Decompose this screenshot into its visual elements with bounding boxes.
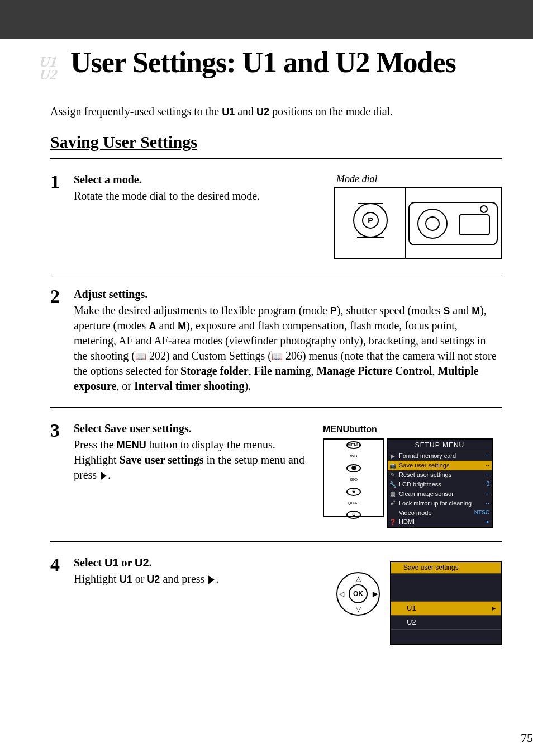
menu-side-icon: ✎ xyxy=(389,470,397,480)
up-arrow-icon: △ xyxy=(356,574,361,583)
setup-menu-item-label: Lock mirror up for cleaning xyxy=(399,499,472,508)
step-3-number: 3 xyxy=(50,421,74,528)
page-number: 75 xyxy=(521,731,533,745)
divider xyxy=(50,541,502,542)
u1-label: U1 xyxy=(222,106,235,117)
menu-side-icon: 🖌 xyxy=(389,499,397,508)
setup-menu-item-value: ▸ xyxy=(487,518,489,526)
setup-menu-item-label: Clean image sensor xyxy=(399,490,454,498)
title-row: U1U2 User Settings: U1 and U2 Modes xyxy=(31,46,502,91)
page-ref-206: 206 xyxy=(285,349,302,362)
step-4-heading: Select U1 or U2. xyxy=(74,555,326,570)
step-1-body: Rotate the mode dial to the desired mode… xyxy=(74,188,327,204)
menu-side-icon: 📷 xyxy=(389,461,397,470)
right-caret-icon: ▸ xyxy=(492,603,496,613)
right-arrow-icon: ▶ xyxy=(373,589,378,598)
svg-rect-6 xyxy=(459,215,489,235)
save-menu-u1: U1 xyxy=(407,603,416,613)
setup-menu-item-label: Format memory card xyxy=(399,452,456,460)
mode-dial-closeup-icon: P xyxy=(348,195,393,251)
step-4-body: Highlight U1 or U2 and press ▶. xyxy=(74,571,326,587)
mode-p: P xyxy=(330,305,337,316)
step-2-heading: Adjust settings. xyxy=(74,287,502,302)
camera-top-icon xyxy=(406,192,501,254)
menu-side-icon: ❓ xyxy=(389,517,397,527)
save-menu-u2: U2 xyxy=(407,617,416,627)
save-menu-u1-row: U1 ▸ xyxy=(391,601,501,615)
divider xyxy=(50,407,502,408)
menu-side-icon xyxy=(389,508,397,518)
step-1-heading: Select a mode. xyxy=(74,172,327,187)
svg-point-5 xyxy=(426,217,439,230)
u2-bold: U2 xyxy=(147,574,160,585)
step-2-body: Make the desired adjustments to flexible… xyxy=(74,303,502,394)
setup-menu-item-label: Save user settings xyxy=(399,461,450,470)
setup-menu-item-value: NTSC xyxy=(474,509,489,517)
setup-menu-row: ❓HDMI▸ xyxy=(388,517,492,527)
bold-file-naming: File naming xyxy=(254,365,311,377)
setup-menu-item-value: 0 xyxy=(486,480,489,489)
setup-menu-row: 📷Save user settings-- xyxy=(388,461,492,470)
menu-side-icon: 🖼 xyxy=(389,489,397,499)
down-arrow-icon: ▽ xyxy=(356,604,361,613)
setup-menu-screen: SETUP MENU ▶Format memory card--📷Save us… xyxy=(387,438,493,528)
save-user-settings-label: Save user settings xyxy=(120,453,204,466)
u1-bold: U1 xyxy=(120,574,132,585)
ok-button-icon: OK xyxy=(349,584,368,603)
menu-button-icon: MENU xyxy=(346,441,361,450)
bold-storage-folder: Storage folder xyxy=(180,365,249,377)
setup-menu-item-label: Reset user settings xyxy=(399,471,451,479)
intro-text-mid: and xyxy=(235,105,256,117)
step-4: 4 Select U1 or U2. Highlight U1 or U2 an… xyxy=(50,549,502,651)
page-content: U1U2 User Settings: U1 and U2 Modes Assi… xyxy=(0,46,533,702)
mode-m2: M xyxy=(178,320,186,332)
intro-text-post: positions on the mode dial. xyxy=(269,105,393,117)
right-arrow-icon: ▶ xyxy=(209,571,215,587)
page-ref-icon: 📖 xyxy=(272,351,283,363)
mode-a: A xyxy=(149,320,156,332)
setup-menu-row: Video modeNTSC xyxy=(388,508,492,518)
qual-label: QUAL xyxy=(348,500,360,507)
svg-point-4 xyxy=(418,209,447,238)
divider xyxy=(50,273,502,273)
svg-rect-3 xyxy=(409,202,497,245)
mode-dial-caption: Mode dial xyxy=(336,172,502,186)
zoom-button-icon: ⊕ xyxy=(346,488,361,496)
setup-menu-item-value: -- xyxy=(486,471,489,479)
mode-m: M xyxy=(472,305,480,316)
wb-label: WB xyxy=(350,453,358,460)
zoom-out-button-icon: ⊖ xyxy=(346,511,361,519)
step-3: 3 Select Save user settings. Press the M… xyxy=(50,414,502,535)
svg-point-7 xyxy=(480,206,487,212)
step-4-number: 4 xyxy=(50,555,74,644)
setup-menu-item-value: -- xyxy=(486,499,489,508)
step-3-body: Press the MENU button to display the men… xyxy=(74,437,312,483)
mode-dial-illustration: P xyxy=(334,187,502,259)
bold-interval-timer: Interval timer shooting xyxy=(134,380,244,392)
setup-menu-row: 🔧LCD brightness0 xyxy=(388,480,492,489)
save-menu-u2-row: U2 xyxy=(391,615,501,629)
camera-back-illustration: MENU WB ⬤ ISO ⊕ QUAL ⊖ xyxy=(323,438,384,517)
setup-menu-item-value: -- xyxy=(486,452,489,460)
bold-manage-picture-control: Manage Picture Control xyxy=(316,365,432,377)
step-1: 1 Select a mode. Rotate the mode dial to… xyxy=(50,166,502,266)
divider xyxy=(50,158,502,159)
setup-menu-row: 🖼Clean image sensor-- xyxy=(388,489,492,499)
save-user-settings-screen: Save user settings U1 ▸ U2 xyxy=(390,561,502,644)
menu-side-icon: 🔧 xyxy=(389,480,397,489)
intro-paragraph: Assign frequently-used settings to the U… xyxy=(50,105,502,118)
menu-button-caption: MENU button xyxy=(323,421,502,436)
top-header-bar xyxy=(0,0,533,39)
menu-keyword: MENU xyxy=(117,440,146,451)
iso-label: ISO xyxy=(350,477,358,483)
setup-menu-title: SETUP MENU xyxy=(388,440,492,451)
setup-menu-row: 🖌Lock mirror up for cleaning-- xyxy=(388,499,492,508)
save-menu-title: Save user settings xyxy=(391,562,501,573)
mode-s: S xyxy=(443,305,450,316)
setup-menu-row: ▶Format memory card-- xyxy=(388,451,492,461)
step-2: 2 Adjust settings. Make the desired adju… xyxy=(50,280,502,400)
chapter-title: User Settings: U1 and U2 Modes xyxy=(70,46,456,79)
page-ref-icon: 📖 xyxy=(135,351,146,363)
step-1-number: 1 xyxy=(50,172,74,259)
section-heading: Saving User Settings xyxy=(50,133,502,152)
